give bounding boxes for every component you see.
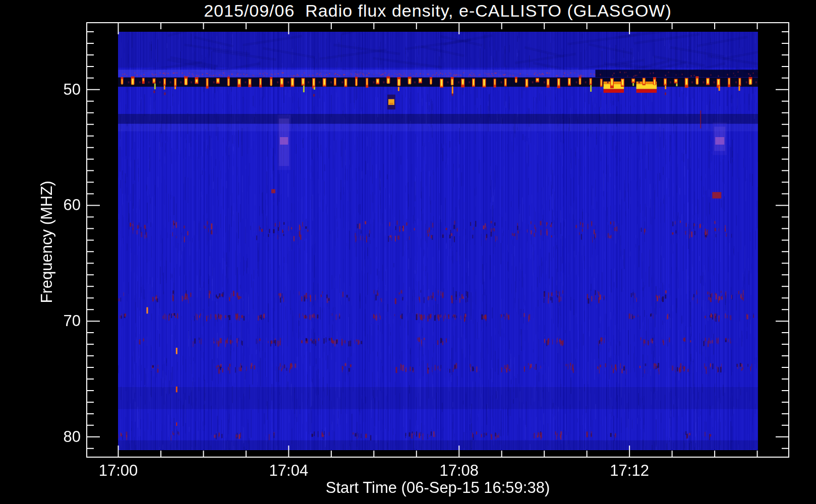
plot-frame bbox=[87, 23, 789, 457]
x-tick-label: 17:08 bbox=[419, 462, 499, 479]
x-tick-label: 17:12 bbox=[589, 462, 670, 479]
axis-ticks bbox=[87, 23, 789, 457]
spectrogram-page: 2015/09/06 Radio flux density, e-CALLIST… bbox=[0, 0, 816, 504]
x-tick-label: 17:00 bbox=[78, 462, 159, 479]
x-axis-title: Start Time (06-Sep-15 16:59:38) bbox=[87, 479, 789, 497]
y-axis-title: Frequency (MHZ) bbox=[38, 161, 58, 323]
y-tick-label: 50 bbox=[20, 81, 81, 98]
x-tick-label: 17:04 bbox=[248, 462, 329, 479]
axes-frame bbox=[0, 0, 816, 504]
y-tick-label: 80 bbox=[20, 428, 81, 446]
